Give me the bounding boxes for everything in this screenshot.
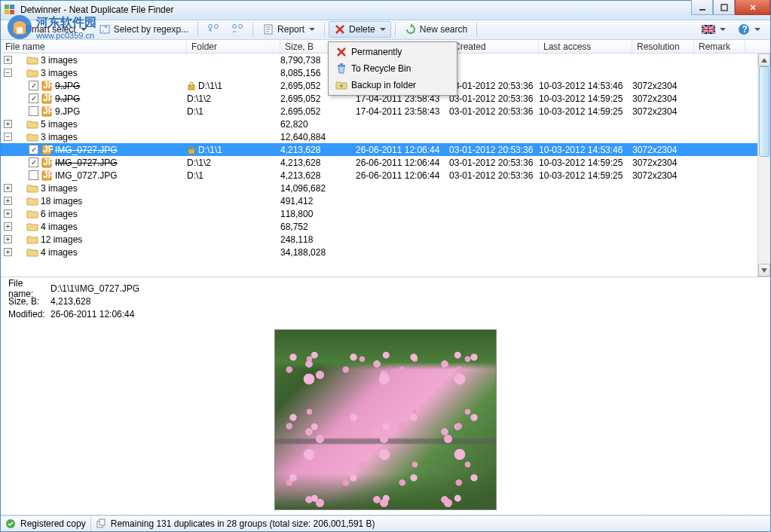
lock-icon xyxy=(187,145,196,154)
delete-backup-item[interactable]: Backup in folder xyxy=(330,77,455,93)
file-checkbox[interactable] xyxy=(29,170,38,180)
expander-icon[interactable] xyxy=(4,184,12,192)
expander-icon[interactable] xyxy=(4,209,12,218)
file-created: 03-01-2012 20:53:36 xyxy=(449,105,539,118)
group-row[interactable]: 4 images68,752 xyxy=(1,220,770,233)
group-row[interactable]: 5 images62,820 xyxy=(1,118,770,130)
file-remark xyxy=(694,233,745,246)
file-access xyxy=(539,182,632,194)
folder-icon xyxy=(26,246,38,258)
delete-recycle-item[interactable]: To Recycle Bin xyxy=(330,60,455,77)
file-access xyxy=(539,118,632,130)
svg-text:JPG: JPG xyxy=(43,93,53,103)
file-name: 9.JPG xyxy=(55,106,80,117)
file-access xyxy=(539,246,632,258)
select-regexp-button[interactable]: .* Select by regexp... xyxy=(93,21,194,38)
file-checkbox[interactable] xyxy=(29,145,38,154)
group-name: 12 images xyxy=(41,234,82,245)
group-row[interactable]: 3 images14,096,682 xyxy=(1,182,770,194)
file-access xyxy=(539,233,632,246)
minimize-button[interactable] xyxy=(691,0,713,15)
file-row[interactable]: JPGIMG_0727.JPGD:\1\24,213,62826-06-2011… xyxy=(1,156,770,169)
group-name: 3 images xyxy=(41,132,78,142)
delete-recycle-label: To Recycle Bin xyxy=(351,63,411,74)
file-created: 03-01-2012 20:53:36 xyxy=(449,156,539,169)
svg-point-14 xyxy=(215,25,219,29)
file-remark xyxy=(694,143,745,156)
group-row[interactable]: 12 images248,118 xyxy=(1,233,770,246)
close-button[interactable] xyxy=(735,0,770,15)
folder-path: D:\1 xyxy=(187,106,203,117)
window-title: Detwinner - Neat Duplicate File Finder xyxy=(20,5,767,15)
column-header-cell[interactable]: Folder xyxy=(187,40,280,54)
expander-icon[interactable] xyxy=(4,235,12,243)
collapse-all-button[interactable] xyxy=(226,21,249,38)
file-checkbox[interactable] xyxy=(29,157,38,167)
scroll-up-button[interactable] xyxy=(758,54,770,66)
registered-check-icon xyxy=(5,518,16,529)
file-created xyxy=(449,66,539,79)
file-checkbox[interactable] xyxy=(29,81,38,90)
column-header-cell[interactable]: Last access xyxy=(539,40,632,54)
delete-permanently-item[interactable]: Permanently xyxy=(330,44,455,60)
group-row[interactable]: 6 images118,800 xyxy=(1,207,770,220)
file-checkbox[interactable] xyxy=(29,93,38,103)
recycle-bin-icon xyxy=(335,63,347,75)
expander-icon[interactable] xyxy=(4,133,12,141)
scroll-thumb[interactable] xyxy=(759,66,769,157)
group-row[interactable]: 18 images491,412 xyxy=(1,194,770,207)
delete-button[interactable]: Delete xyxy=(329,21,391,38)
scroll-down-button[interactable] xyxy=(758,264,770,277)
expand-all-button[interactable] xyxy=(202,21,225,38)
new-search-label: New search xyxy=(420,24,467,35)
expander-icon[interactable] xyxy=(4,248,12,256)
file-row[interactable]: JPGIMG_0727.JPGD:\1\14,213,62826-06-2011… xyxy=(1,143,770,156)
svg-point-9 xyxy=(11,27,13,29)
expander-icon[interactable] xyxy=(4,69,12,77)
maximize-button[interactable] xyxy=(713,0,735,15)
file-row[interactable]: JPG9.JPGD:\12,695,05217-04-2011 23:58:43… xyxy=(1,105,770,118)
file-remark xyxy=(694,220,745,233)
delete-permanent-icon xyxy=(335,46,347,58)
delete-permanently-label: Permanently xyxy=(351,47,402,57)
file-created: 03-01-2012 20:53:36 xyxy=(449,92,539,105)
backup-folder-icon xyxy=(335,79,347,91)
file-row[interactable]: JPGIMG_0727.JPGD:\14,213,62826-06-2011 1… xyxy=(1,169,770,182)
group-name: 3 images xyxy=(41,183,78,194)
group-name: 5 images xyxy=(41,119,78,130)
column-header-cell[interactable]: Remark xyxy=(694,40,745,54)
file-remark xyxy=(694,130,745,143)
file-size: 62,820 xyxy=(280,118,356,130)
file-resolution xyxy=(632,207,694,220)
jpg-file-icon: JPG xyxy=(41,105,53,118)
language-button[interactable] xyxy=(696,21,731,38)
folder-icon xyxy=(26,195,38,207)
svg-text:?: ? xyxy=(742,24,748,35)
jpg-file-icon: JPG xyxy=(41,93,53,105)
delete-icon xyxy=(334,23,346,35)
dropdown-arrow-icon xyxy=(81,28,87,31)
smart-select-button[interactable]: Smart select xyxy=(5,21,92,38)
titlebar[interactable]: Detwinner - Neat Duplicate File Finder xyxy=(1,1,770,20)
column-header-cell[interactable]: Resolution xyxy=(632,40,694,54)
new-search-button[interactable]: New search xyxy=(399,21,473,38)
vertical-scrollbar[interactable] xyxy=(757,54,770,277)
column-header-cell[interactable]: File name xyxy=(1,40,187,54)
group-row[interactable]: 3 images12,640,884 xyxy=(1,130,770,143)
app-icon xyxy=(4,4,16,16)
expander-icon[interactable] xyxy=(4,222,12,231)
status-registered: Registered copy xyxy=(20,518,86,529)
column-header-cell[interactable]: Created xyxy=(449,40,539,54)
file-access xyxy=(539,220,632,233)
report-button[interactable]: Report xyxy=(257,21,320,38)
expander-icon[interactable] xyxy=(4,56,12,64)
svg-point-16 xyxy=(239,25,243,29)
help-button[interactable]: ? xyxy=(733,21,766,38)
expander-icon[interactable] xyxy=(4,120,12,128)
file-access xyxy=(539,66,632,79)
file-modified xyxy=(356,182,449,194)
file-checkbox[interactable] xyxy=(29,106,38,116)
group-row[interactable]: 4 images34,188,028 xyxy=(1,246,770,258)
svg-rect-4 xyxy=(699,9,705,11)
expander-icon[interactable] xyxy=(4,197,12,205)
